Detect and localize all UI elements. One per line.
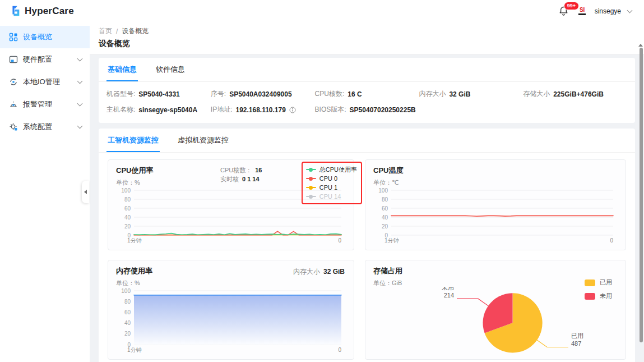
legend-marker xyxy=(306,196,316,197)
chevron-down-icon xyxy=(77,123,83,129)
breadcrumb-home[interactable]: 首页 xyxy=(99,26,112,36)
annotation-highlight-box: 总CPU使用率CPU 0CPU 1CPU 14 xyxy=(302,162,362,204)
sidebar-item-alarm-management[interactable]: 报警管理 xyxy=(0,93,90,116)
svg-text:60: 60 xyxy=(124,309,131,315)
svg-text:60: 60 xyxy=(382,205,388,212)
field-cpu-cores: CPU核数: 16 C xyxy=(315,89,419,99)
legend-swatch xyxy=(585,279,595,286)
field-bios-version: BIOS版本: SP50407020250225B xyxy=(315,105,419,114)
svg-text:100: 100 xyxy=(378,187,388,194)
svg-text:20: 20 xyxy=(124,331,131,337)
device-info-card: 基础信息 软件信息 机器型号: SP5040-4331 序号: SP5040A0… xyxy=(99,58,635,123)
memory-usage-chart-card: 内存使用率 内存大小32 GiB 单位：% 0204060801001分钟0 xyxy=(108,260,354,360)
info-tabs: 基础信息 软件信息 xyxy=(99,58,635,82)
cpu-temp-chart-card: CPU温度 单位：℃ 0204060801001分钟0 xyxy=(365,159,626,250)
collapse-arrow-icon xyxy=(84,190,87,194)
user-menu-chevron-icon[interactable] xyxy=(627,7,633,13)
legend-item-未用[interactable]: 未用 xyxy=(585,292,612,300)
cpu-cores-info: CPU核数：16 实时核0 1 14 xyxy=(220,166,262,184)
topbar: HyperCare 99+ SI sinsegye xyxy=(0,0,644,22)
cpu-usage-legend: 总CPU使用率CPU 0CPU 1CPU 14 xyxy=(306,165,357,201)
legend-item-0[interactable]: 总CPU使用率 xyxy=(306,165,357,174)
chevron-down-icon xyxy=(77,79,83,84)
tab-host-resource-monitor[interactable]: 工智机资源监控 xyxy=(106,129,160,152)
app-name: HyperCare xyxy=(25,6,74,17)
svg-text:40: 40 xyxy=(382,214,388,221)
scrollbar-thumb[interactable] xyxy=(640,48,643,342)
notifications-button[interactable]: 99+ xyxy=(558,5,570,17)
tab-software-info[interactable]: 软件信息 xyxy=(155,58,186,81)
cpu-usage-chart-card: CPU使用率 CPU核数：16 实时核0 1 14 总CPU使用率CPU 0CP… xyxy=(108,159,354,250)
svg-text:已用487: 已用487 xyxy=(571,332,583,347)
svg-text:80: 80 xyxy=(382,196,388,203)
memory-size-info: 内存大小32 GiB xyxy=(293,267,345,277)
hardware-icon xyxy=(9,55,18,64)
chevron-down-icon xyxy=(77,101,83,107)
storage-legend: 已用未用 xyxy=(585,278,612,300)
svg-text:100: 100 xyxy=(121,187,131,194)
page-header: 首页 / 设备概览 设备概览 xyxy=(90,22,644,54)
app-logo: HyperCare xyxy=(9,5,74,17)
svg-text:0: 0 xyxy=(610,237,613,244)
field-machine-model: 机器型号: SP5040-4331 xyxy=(106,89,211,99)
grid-icon xyxy=(9,33,18,42)
svg-text:1分钟: 1分钟 xyxy=(127,347,142,353)
svg-text:20: 20 xyxy=(382,223,388,230)
svg-text:0: 0 xyxy=(338,237,341,244)
legend-swatch xyxy=(585,293,595,300)
memory-usage-chart: 0204060801001分钟0 xyxy=(116,287,346,354)
storage-usage-title: 存储占用 xyxy=(373,266,618,276)
ip-info-icon[interactable] xyxy=(289,107,296,113)
cpu-temp-title: CPU温度 xyxy=(373,166,618,176)
page-title: 设备概览 xyxy=(99,39,635,49)
sidebar-collapse-handle[interactable] xyxy=(82,181,89,203)
legend-item-2[interactable]: CPU 1 xyxy=(306,183,357,192)
cpu-temp-unit: 单位：℃ xyxy=(373,178,618,187)
username[interactable]: sinsegye xyxy=(595,7,621,15)
legend-marker xyxy=(306,187,316,188)
svg-text:60: 60 xyxy=(124,205,131,212)
sidebar-item-system-config[interactable]: 系统配置 xyxy=(0,116,90,138)
chevron-down-icon xyxy=(77,56,83,62)
svg-text:40: 40 xyxy=(124,214,131,221)
svg-text:未用214: 未用214 xyxy=(442,287,454,299)
scrollbar-up-arrow[interactable] xyxy=(638,42,643,47)
legend-item-1[interactable]: CPU 0 xyxy=(306,174,357,183)
hypercare-logo-icon xyxy=(9,5,21,17)
field-hostname: 主机名称: sinsegye-sp5040A xyxy=(106,105,211,114)
tab-basic-info[interactable]: 基础信息 xyxy=(106,58,138,81)
breadcrumb: 首页 / 设备概览 xyxy=(99,26,635,36)
notification-badge: 99+ xyxy=(564,2,579,10)
sidebar-item-hardware-config[interactable]: 硬件配置 xyxy=(0,48,90,71)
breadcrumb-separator: / xyxy=(116,28,118,35)
resource-monitor-card: 工智机资源监控 虚拟机资源监控 CPU使用率 CPU核数：16 实时核0 1 1… xyxy=(99,129,635,362)
svg-text:0: 0 xyxy=(338,347,341,353)
field-storage-size: 存储大小 225GiB+476GiB xyxy=(523,89,627,99)
storage-usage-chart-card: 存储占用 单位：GiB 已用未用 已用487未用214 xyxy=(365,260,626,360)
svg-text:80: 80 xyxy=(124,299,131,305)
legend-item-3[interactable]: CPU 14 xyxy=(306,192,357,201)
svg-text:1分钟: 1分钟 xyxy=(384,237,399,244)
sidebar-item-device-overview[interactable]: 设备概览 xyxy=(0,26,90,48)
io-sync-icon xyxy=(9,77,18,86)
svg-text:40: 40 xyxy=(124,320,131,326)
svg-text:100: 100 xyxy=(121,288,131,294)
field-ip-address: IP地址: 192.168.110.179 xyxy=(211,105,315,114)
gear-icon xyxy=(9,122,18,131)
cpu-temp-chart: 0204060801001分钟0 xyxy=(373,187,618,244)
memory-usage-unit: 单位：% xyxy=(116,279,346,287)
alarm-icon xyxy=(9,100,18,109)
field-serial-number: 序号: SP5040A032409005 xyxy=(211,89,315,99)
tab-vm-resource-monitor[interactable]: 虚拟机资源监控 xyxy=(177,129,230,152)
legend-marker xyxy=(306,169,316,170)
storage-pie-chart: 已用487未用214 xyxy=(373,287,618,354)
svg-text:20: 20 xyxy=(124,223,131,230)
svg-text:80: 80 xyxy=(124,196,131,203)
field-memory-size: 内存大小 32 GiB xyxy=(419,89,523,99)
sidebar: 设备概览 硬件配置 本地IO管理 xyxy=(0,22,90,362)
sidebar-item-local-io[interactable]: 本地IO管理 xyxy=(0,71,90,93)
storage-usage-unit: 单位：GiB xyxy=(373,279,618,287)
legend-marker xyxy=(306,178,316,179)
legend-item-已用[interactable]: 已用 xyxy=(585,278,612,287)
info-fields: 机器型号: SP5040-4331 序号: SP5040A032409005 C… xyxy=(99,82,635,123)
